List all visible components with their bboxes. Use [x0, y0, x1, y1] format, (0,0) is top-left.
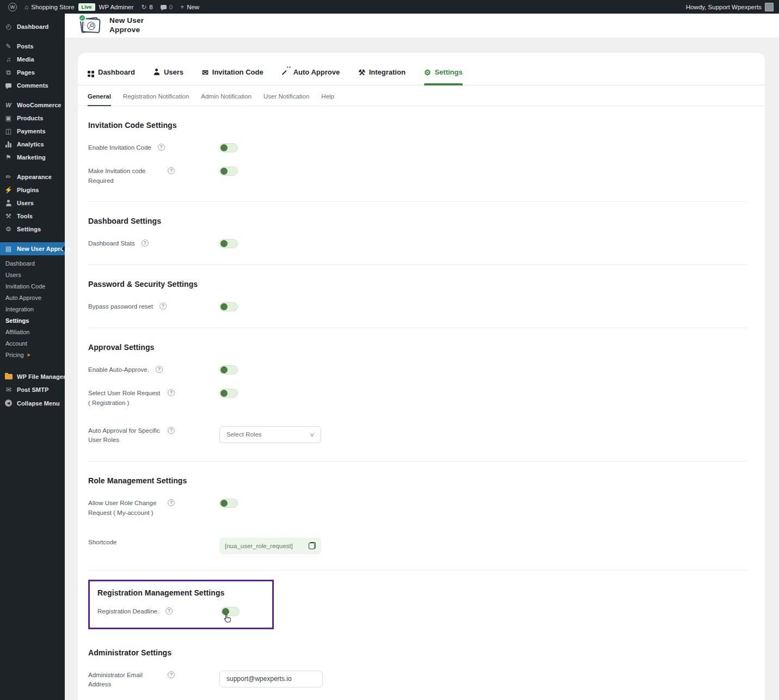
section-invitation-code-settings: Invitation Code Settings Enable Invitati… [88, 106, 747, 202]
help-icon[interactable]: ? [165, 607, 173, 615]
sidebar-item-products[interactable]: ▣ Products [0, 112, 65, 125]
settings-icon: ⚙ [4, 226, 13, 232]
section-title: Approval Settings [88, 343, 747, 352]
setting-row-select-user-role-request: Select User Role Request ( Registration … [88, 389, 747, 408]
wordpress-menu[interactable]: W [4, 0, 21, 14]
help-icon[interactable]: ? [168, 167, 175, 174]
help-icon[interactable]: ? [156, 366, 163, 373]
section-title: Dashboard Settings [88, 217, 747, 225]
setting-row-shortcode: Shortcode [nua_user_role_request] [88, 538, 747, 554]
make-invitation-code-required-toggle[interactable] [219, 167, 238, 176]
products-icon: ▣ [4, 115, 13, 121]
sidebar-item-appearance[interactable]: ✏ Appearance [0, 170, 65, 183]
sidebar-item-woocommerce[interactable]: W WooCommerce [0, 99, 65, 112]
submenu-item-auto-approve[interactable]: Auto Approve [0, 292, 65, 303]
subtab-user-notification[interactable]: User Notification [263, 93, 309, 106]
tools-icon: ⚒ [4, 213, 13, 219]
sidebar-item-pages[interactable]: ⧉ Pages [0, 66, 65, 79]
shortcode-value-box: [nua_user_role_request] [219, 538, 321, 554]
subtab-admin-notification[interactable]: Admin Notification [201, 93, 252, 106]
help-icon[interactable]: ? [168, 671, 175, 678]
help-icon[interactable]: ? [168, 499, 175, 506]
submenu-item-invitation-code[interactable]: Invitation Code [0, 280, 65, 292]
marketing-icon: ⚑ [4, 154, 13, 161]
administrator-email-input[interactable] [219, 671, 323, 687]
submenu-item-users[interactable]: Users [0, 269, 65, 280]
allow-user-role-change-toggle[interactable] [219, 499, 238, 508]
setting-row-make-invitation-code-required: Make Invitation code Required ? [88, 167, 747, 186]
submenu-item-affiliation[interactable]: Affiliation [0, 326, 65, 337]
sidebar-item-tools[interactable]: ⚒ Tools [0, 210, 65, 223]
tab-auto-approve[interactable]: Auto Approve [282, 67, 340, 85]
setting-row-allow-user-role-change: Allow User Role Change Request ( My-acco… [88, 499, 747, 518]
submenu-item-pricing[interactable]: Pricing ➤ [0, 349, 65, 360]
enable-auto-approve-toggle[interactable] [219, 365, 238, 374]
sidebar-item-new-user-approve[interactable]: ▤ New User Approve [0, 242, 65, 255]
site-name-link[interactable]: ⌂ Shopping Store [21, 0, 78, 14]
magic-wand-icon [282, 68, 290, 77]
wp-adminer-link[interactable]: WP Adminer [95, 0, 138, 14]
tab-integration[interactable]: ⚒ Integration [358, 67, 406, 85]
setting-row-bypass-password-reset: Bypass password reset ? [88, 302, 747, 312]
select-roles-dropdown[interactable]: Select Roles ∨ [219, 426, 321, 443]
registration-deadline-toggle[interactable] [221, 607, 240, 616]
section-title: Password & Security Settings [88, 280, 747, 288]
help-icon[interactable]: ? [160, 303, 167, 310]
tab-dashboard[interactable]: Dashboard [88, 67, 135, 85]
bypass-password-reset-toggle[interactable] [219, 302, 238, 311]
new-content-link[interactable]: + New [176, 0, 203, 14]
submenu-item-settings[interactable]: Settings [0, 315, 65, 326]
settings-subtabs: General Registration Notification Admin … [78, 85, 765, 106]
sidebar-item-wp-file-manager[interactable]: WP File Manager [0, 370, 65, 383]
howdy-account-link[interactable]: Howdy, Support Wpexperts [686, 4, 762, 10]
dashboard-grid-icon [88, 67, 94, 77]
setting-row-enable-invitation-code: Enable Invitation Code ? [88, 143, 747, 153]
sidebar-item-collapse-menu[interactable]: ◀ Collapse Menu [0, 396, 65, 410]
select-user-role-request-toggle[interactable] [219, 389, 238, 398]
media-icon: ♫ [4, 56, 13, 63]
users-icon [4, 200, 13, 206]
plugin-header: ✓ New User Approve [65, 14, 779, 38]
tab-users[interactable]: Users [154, 67, 183, 85]
sidebar-item-comments[interactable]: Comments [0, 79, 65, 92]
sidebar-item-analytics[interactable]: Analytics [0, 138, 65, 151]
section-title: Administrator Settings [88, 648, 747, 657]
help-icon[interactable]: ? [168, 427, 175, 434]
sidebar-item-payments[interactable]: ◫ Payments [0, 125, 65, 138]
user-avatar[interactable] [765, 3, 774, 11]
help-icon[interactable]: ? [142, 240, 149, 247]
gear-icon: ⚙ [424, 69, 431, 76]
tab-settings[interactable]: ⚙ Settings [424, 67, 463, 85]
sidebar-item-users[interactable]: Users [0, 197, 65, 210]
sidebar-item-posts[interactable]: ✎ Posts [0, 40, 65, 53]
active-menu-arrow [59, 246, 65, 251]
payments-icon: ◫ [4, 128, 13, 134]
help-icon[interactable]: ? [158, 144, 165, 151]
sidebar-item-dashboard[interactable]: ◴ Dashboard [0, 20, 65, 33]
sidebar-item-marketing[interactable]: ⚑ Marketing [0, 151, 65, 164]
comments-link[interactable]: 0 [157, 0, 176, 14]
copy-icon[interactable] [309, 542, 316, 549]
section-registration-management-settings: Registration Management Settings Registr… [88, 580, 747, 629]
envelope-icon: ✉ [202, 69, 208, 76]
sidebar-item-post-smtp[interactable]: ✉ Post SMTP [0, 383, 65, 396]
subtab-general[interactable]: General [88, 93, 111, 106]
comments-icon [4, 83, 13, 88]
collapse-menu-icon: ◀ [4, 400, 13, 407]
dashboard-stats-toggle[interactable] [219, 239, 238, 248]
enable-invitation-code-toggle[interactable] [219, 143, 238, 152]
help-icon[interactable]: ? [168, 389, 175, 396]
person-card-icon [87, 21, 96, 30]
sidebar-item-media[interactable]: ♫ Media [0, 53, 65, 66]
submenu-item-integration[interactable]: Integration [0, 303, 65, 315]
section-approval-settings: Approval Settings Enable Auto-Approve. ?… [88, 328, 747, 462]
sidebar-item-settings[interactable]: ⚙ Settings [0, 223, 65, 236]
section-title: Role Management Settings [88, 476, 747, 485]
subtab-help[interactable]: Help [321, 93, 334, 106]
updates-link[interactable]: ↻ 8 [137, 0, 156, 14]
sidebar-item-plugins[interactable]: ⚡ Plugins [0, 183, 65, 197]
subtab-registration-notification[interactable]: Registration Notification [123, 93, 189, 106]
submenu-item-dashboard[interactable]: Dashboard [0, 257, 65, 269]
tab-invitation-code[interactable]: ✉ Invitation Code [202, 67, 263, 85]
submenu-item-account[interactable]: Account [0, 337, 65, 349]
